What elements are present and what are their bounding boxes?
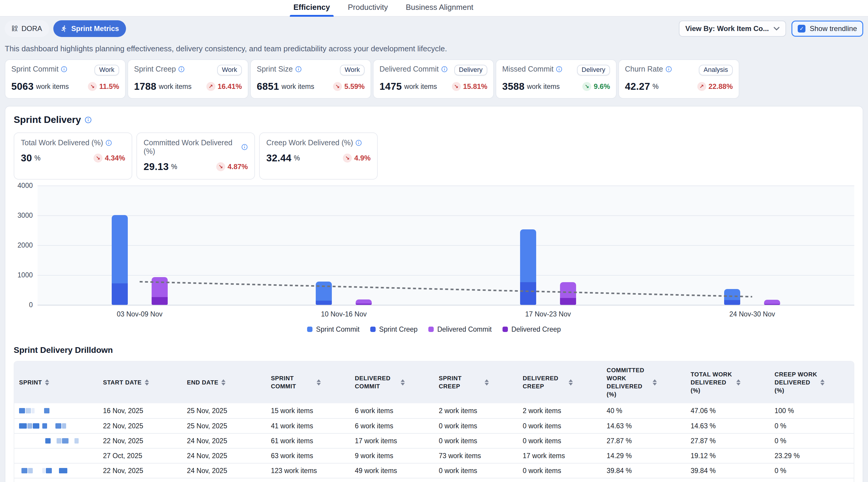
delivered-bar[interactable] <box>152 277 168 305</box>
delivered-commit-segment[interactable] <box>356 300 372 304</box>
card-title-row: Sprint CreepWork <box>134 65 242 76</box>
mosaic-block <box>44 408 50 414</box>
sprint-creep-segment[interactable] <box>112 283 128 305</box>
cell-delivered-creep: 0 work items <box>518 422 602 430</box>
delivered-creep-segment[interactable] <box>152 297 168 305</box>
sprint-creep-segment[interactable] <box>316 301 332 305</box>
info-icon[interactable] <box>61 66 67 73</box>
show-trendline-toggle[interactable]: ✓ Show trendline <box>792 21 863 37</box>
sort-icon[interactable] <box>401 379 405 386</box>
column-header-delivered-commit[interactable]: DELIVERED COMMIT <box>350 370 434 395</box>
column-header-label: DELIVERED COMMIT <box>355 374 398 391</box>
delta-badge: ↘5.59% <box>333 82 365 91</box>
sort-icon[interactable] <box>569 379 573 386</box>
info-icon[interactable] <box>295 66 302 73</box>
redacted-sprint-name <box>19 408 98 414</box>
info-icon[interactable] <box>241 144 248 150</box>
mosaic-block <box>46 468 52 473</box>
tab-efficiency[interactable]: Efficiency <box>292 0 331 16</box>
view-by-dropdown[interactable]: View By: Work Item Co... <box>679 21 786 37</box>
sprint-creep-segment[interactable] <box>724 300 740 305</box>
sprint-metrics-button[interactable]: Sprint Metrics <box>53 20 126 37</box>
plot-area <box>37 186 854 305</box>
table-row[interactable]: 22 Nov, 202525 Nov, 202541 work items6 w… <box>14 418 854 433</box>
commit-bar[interactable] <box>112 215 128 305</box>
delivered-commit-segment[interactable] <box>764 300 780 304</box>
column-header-end-date[interactable]: END DATE <box>182 374 266 391</box>
metric-card: Creep Work Delivered (%)32.44%↘4.9% <box>259 133 378 179</box>
info-icon[interactable] <box>556 66 562 73</box>
cell-end: 25 Nov, 2025 <box>182 422 266 430</box>
metric-card: Sprint SizeWork6851work items↘5.59% <box>250 59 371 99</box>
legend-swatch <box>370 327 376 332</box>
legend-item-sprint-creep[interactable]: Sprint Creep <box>370 324 417 335</box>
delta-badge: ↘15.81% <box>452 82 487 91</box>
sort-icon[interactable] <box>221 379 225 386</box>
legend-item-delivered-commit[interactable]: Delivered Commit <box>428 324 492 335</box>
legend-item-delivered-creep[interactable]: Delivered Creep <box>502 324 561 335</box>
metric-value: 1788 <box>134 81 156 92</box>
delivered-commit-segment[interactable] <box>560 282 576 298</box>
sort-icon[interactable] <box>736 379 741 386</box>
card-title-text: Delivered Commit <box>379 65 439 74</box>
sort-icon[interactable] <box>653 379 657 386</box>
checkbox-checked-icon[interactable]: ✓ <box>798 25 805 32</box>
table-row[interactable]: 16 Nov, 202525 Nov, 202515 work items6 w… <box>14 403 854 418</box>
commit-bar[interactable] <box>520 229 536 305</box>
info-icon[interactable] <box>355 140 362 146</box>
sprint-commit-segment[interactable] <box>112 215 128 283</box>
column-header-committed-work-delivered[interactable]: COMMITTED WORK DELIVERED (%) <box>602 362 686 403</box>
cell-delivered-commit: 9 work items <box>350 452 434 460</box>
column-header-sprint[interactable]: SPRINT <box>14 374 98 391</box>
trend-down-icon: ↘ <box>333 82 342 91</box>
table-row[interactable]: 22 Nov, 202524 Nov, 2025123 work items49… <box>14 463 854 478</box>
cell-start: 22 Nov, 2025 <box>98 422 182 430</box>
sprint-commit-segment[interactable] <box>520 229 536 282</box>
x-tick-label: 10 Nov-16 Nov <box>321 310 367 318</box>
column-header-start-date[interactable]: START DATE <box>98 374 182 391</box>
table-row[interactable]: 10 Nov, 202524 Nov, 202571 work items35 … <box>14 478 854 482</box>
info-icon[interactable] <box>178 66 185 73</box>
info-icon[interactable] <box>665 66 672 73</box>
commit-bar[interactable] <box>724 289 740 305</box>
sort-icon[interactable] <box>820 379 825 386</box>
y-axis: 01000200030004000 <box>14 186 37 305</box>
cell-sprint-commit: 15 work items <box>266 407 350 415</box>
cell-total-pct: 19.12 % <box>686 452 770 460</box>
commit-bar[interactable] <box>316 282 332 305</box>
tab-business-alignment[interactable]: Business Alignment <box>404 0 474 16</box>
sort-icon[interactable] <box>145 379 149 386</box>
info-icon[interactable] <box>85 116 92 123</box>
dora-button[interactable]: DORA DORA <box>5 20 49 37</box>
column-header-total-work-delivered[interactable]: TOTAL WORK DELIVERED (%) <box>686 366 770 399</box>
column-header-delivered-creep[interactable]: DELIVERED CREEP <box>518 370 602 395</box>
delivered-bar[interactable] <box>560 282 576 305</box>
column-header-sprint-commit[interactable]: SPRINT COMMIT <box>266 370 350 395</box>
sprint-commit-segment[interactable] <box>316 282 332 301</box>
table-row[interactable]: 27 Oct, 202524 Nov, 202563 work items9 w… <box>14 448 854 463</box>
delivered-bar[interactable] <box>764 300 780 305</box>
cell-creep-pct: 0 % <box>770 437 854 445</box>
sort-icon[interactable] <box>485 379 489 386</box>
info-icon[interactable] <box>105 140 112 146</box>
column-header-sprint-creep[interactable]: SPRINT CREEP <box>434 370 518 395</box>
mosaic-block <box>22 468 27 473</box>
legend-label: Delivered Commit <box>437 325 492 334</box>
sort-icon[interactable] <box>317 379 321 386</box>
sprint-commit-segment[interactable] <box>724 289 740 300</box>
delivered-creep-segment[interactable] <box>560 298 576 305</box>
card-title: Sprint Size <box>257 65 302 74</box>
table-row[interactable]: 22 Nov, 202524 Nov, 202561 work items17 … <box>14 433 854 448</box>
mosaic-block <box>57 438 61 444</box>
drilldown-table: SPRINTSTART DATEEND DATESPRINT COMMITDEL… <box>14 361 854 482</box>
delivered-bar[interactable] <box>356 300 372 305</box>
metric-value: 6851 <box>257 81 279 92</box>
delivered-commit-segment[interactable] <box>152 277 168 297</box>
info-icon[interactable] <box>441 66 448 73</box>
tab-productivity[interactable]: Productivity <box>347 0 389 16</box>
legend-item-sprint-commit[interactable]: Sprint Commit <box>307 324 360 335</box>
sort-icon[interactable] <box>45 379 49 386</box>
metric-card: Total Work Delivered (%)30%↘4.34% <box>14 133 132 179</box>
sprint-creep-segment[interactable] <box>520 282 536 305</box>
column-header-creep-work-delivered[interactable]: CREEP WORK DELIVERED (%) <box>770 366 854 399</box>
